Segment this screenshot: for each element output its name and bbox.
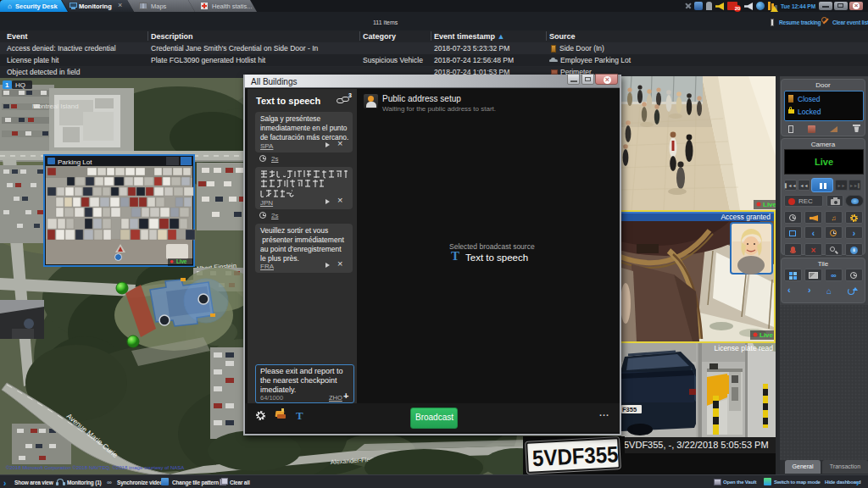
svg-text:Live: Live [763, 201, 776, 208]
svg-text:License plate read: License plate read [715, 344, 774, 352]
svg-text:1: 1 [5, 81, 9, 89]
svg-text:HQ: HQ [15, 81, 25, 89]
svg-text:Parking Lot: Parking Lot [58, 158, 92, 166]
svg-text:Live: Live [760, 331, 774, 339]
svg-text:F355: F355 [622, 406, 637, 413]
svg-text:©2018 Microsoft Corporation ©2: ©2018 Microsoft Corporation ©2018 NAVTEQ… [6, 465, 184, 470]
svg-text:Montreal Island: Montreal Island [32, 103, 79, 110]
svg-text:Access granted: Access granted [721, 213, 771, 221]
